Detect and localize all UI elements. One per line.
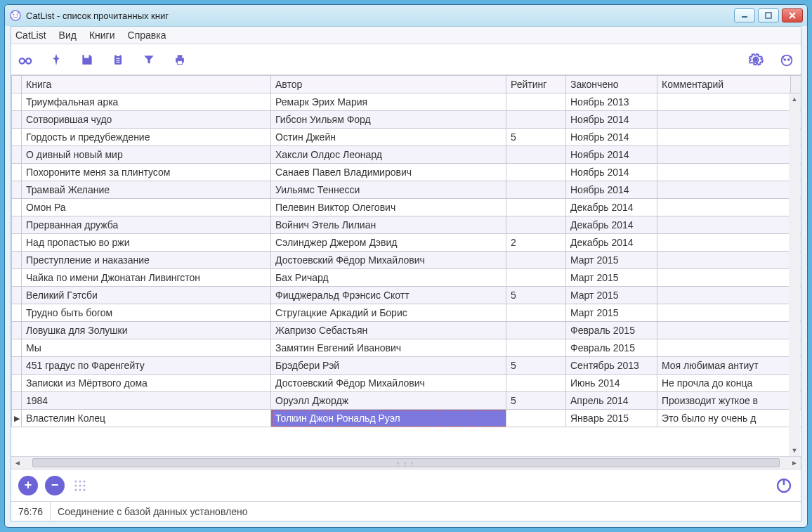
table-row[interactable]: Похороните меня за плинтусомСанаев Павел…	[12, 164, 801, 181]
close-button[interactable]	[782, 8, 803, 22]
cell-book[interactable]: Записки из Мёртвого дома	[22, 375, 271, 392]
table-row[interactable]: Записки из Мёртвого домаДостоевский Фёдо…	[12, 375, 801, 392]
cell-comment[interactable]	[657, 269, 791, 287]
cell-finished[interactable]: Ноябрь 2014	[566, 181, 657, 199]
cell-rating[interactable]: 2	[506, 234, 566, 252]
cell-book[interactable]: Похороните меня за плинтусом	[22, 164, 271, 181]
table-row[interactable]: Гордость и предубеждениеОстин Джейн5Нояб…	[12, 129, 801, 146]
maximize-button[interactable]	[758, 8, 779, 22]
table-row[interactable]: Ловушка для ЗолушкиЖапризо СебастьянФевр…	[12, 322, 801, 339]
cell-finished[interactable]: Декабрь 2014	[566, 199, 657, 216]
table-row[interactable]: Преступление и наказаниеДостоевский Фёдо…	[12, 252, 801, 269]
cell-book[interactable]: Ловушка для Золушки	[22, 322, 271, 339]
cell-finished[interactable]: Декабрь 2014	[566, 216, 657, 234]
scroll-left-icon[interactable]: ◄	[11, 457, 24, 469]
cell-comment[interactable]	[657, 339, 791, 357]
cell-finished[interactable]: Ноябрь 2013	[566, 93, 657, 111]
cell-author[interactable]: Гибсон Уильям Форд	[271, 111, 506, 129]
table-row[interactable]: Омон РаПелевин Виктор ОлеговичДекабрь 20…	[12, 199, 801, 216]
cell-comment[interactable]	[657, 287, 791, 304]
cell-comment[interactable]: Не прочла до конца	[657, 375, 791, 392]
cell-author[interactable]: Достоевский Фёдор Михайлович	[271, 375, 506, 392]
table-row[interactable]: Трудно быть богомСтругацкие Аркадий и Бо…	[12, 304, 801, 322]
binoculars-icon[interactable]	[17, 51, 34, 68]
cell-book[interactable]: Гордость и предубеждение	[22, 129, 271, 146]
cell-book[interactable]: Трудно быть богом	[22, 304, 271, 322]
cell-finished[interactable]: Январь 2015	[566, 410, 657, 427]
cell-book[interactable]: Трамвай Желание	[22, 181, 271, 199]
column-header-finished[interactable]: Закончено	[566, 76, 657, 93]
menu-catlist[interactable]: CatList	[15, 30, 46, 41]
cell-rating[interactable]	[506, 199, 566, 216]
cell-rating[interactable]: 5	[506, 392, 566, 410]
save-icon[interactable]	[79, 51, 96, 68]
cell-author[interactable]: Стругацкие Аркадий и Борис	[271, 304, 506, 322]
cell-rating[interactable]: 5	[506, 287, 566, 304]
cell-comment[interactable]	[657, 181, 791, 199]
cell-finished[interactable]: Апрель 2014	[566, 392, 657, 410]
cell-finished[interactable]: Февраль 2015	[566, 339, 657, 357]
cell-finished[interactable]: Июнь 2014	[566, 375, 657, 392]
cell-book[interactable]: Над пропастью во ржи	[22, 234, 271, 252]
cell-book[interactable]: Сотворившая чудо	[22, 111, 271, 129]
cell-rating[interactable]	[506, 146, 566, 164]
cell-comment[interactable]: Производит жуткое в	[657, 392, 791, 410]
column-header-book[interactable]: Книга	[22, 76, 271, 93]
cell-book[interactable]: 451 градус по Фаренгейту	[22, 357, 271, 375]
cell-book[interactable]: Мы	[22, 339, 271, 357]
cell-finished[interactable]: Март 2015	[566, 287, 657, 304]
gear-icon[interactable]	[747, 51, 764, 68]
column-header-author[interactable]: Автор	[271, 76, 506, 93]
cell-comment[interactable]	[657, 234, 791, 252]
cell-rating[interactable]	[506, 216, 566, 234]
cell-rating[interactable]: 5	[506, 357, 566, 375]
cell-author[interactable]: Уильямс Теннесси	[271, 181, 506, 199]
cell-comment[interactable]: Это было ну очень д	[657, 410, 791, 427]
cell-finished[interactable]: Ноябрь 2014	[566, 129, 657, 146]
cell-author[interactable]: Бах Ричард	[271, 269, 506, 287]
cell-book[interactable]: 1984	[22, 392, 271, 410]
scroll-down-icon[interactable]: ▼	[789, 445, 800, 456]
cell-author[interactable]: Ремарк Эрих Мария	[271, 93, 506, 111]
table-row[interactable]: Сотворившая чудоГибсон Уильям ФордНоябрь…	[12, 111, 801, 129]
cat-icon[interactable]	[778, 51, 795, 68]
cell-comment[interactable]	[657, 199, 791, 216]
cell-book[interactable]: Великий Гэтсби	[22, 287, 271, 304]
cell-author[interactable]: Оруэлл Джордж	[271, 392, 506, 410]
filter-icon[interactable]	[140, 51, 157, 68]
cell-rating[interactable]	[506, 322, 566, 339]
cell-book[interactable]: Прерванная дружба	[22, 216, 271, 234]
remove-button[interactable]: −	[45, 476, 65, 495]
cell-comment[interactable]	[657, 252, 791, 269]
horizontal-scrollbar[interactable]: ◄ ⋮⋮⋮ ►	[11, 456, 801, 469]
scroll-right-icon[interactable]: ►	[788, 457, 801, 469]
cell-rating[interactable]	[506, 410, 566, 427]
minimize-button[interactable]	[734, 8, 755, 22]
books-table[interactable]: Книга Автор Рейтинг Закончено Комментари…	[11, 75, 801, 427]
cell-rating[interactable]	[506, 181, 566, 199]
cell-comment[interactable]	[657, 129, 791, 146]
menu-help[interactable]: Справка	[128, 30, 166, 41]
cell-author[interactable]: Хаксли Олдос Леонард	[271, 146, 506, 164]
vertical-scrollbar[interactable]: ▲ ▼	[789, 93, 800, 456]
cell-finished[interactable]: Ноябрь 2014	[566, 164, 657, 181]
cell-finished[interactable]: Декабрь 2014	[566, 234, 657, 252]
table-row[interactable]: 1984Оруэлл Джордж5Апрель 2014Производит …	[12, 392, 801, 410]
cell-finished[interactable]: Ноябрь 2014	[566, 146, 657, 164]
table-row[interactable]: Великий ГэтсбиФицджеральд Фрэнсис Скотт5…	[12, 287, 801, 304]
cell-book[interactable]: Властелин Колец	[22, 410, 271, 427]
titlebar[interactable]: CatList - список прочитанных книг	[5, 5, 807, 26]
cell-rating[interactable]	[506, 252, 566, 269]
cell-rating[interactable]	[506, 375, 566, 392]
cell-book[interactable]: Омон Ра	[22, 199, 271, 216]
column-header-comment[interactable]: Комментарий	[657, 76, 791, 93]
table-row[interactable]: МыЗамятин Евгений ИвановичФевраль 2015	[12, 339, 801, 357]
table-row[interactable]: Трамвай ЖеланиеУильямс ТеннессиНоябрь 20…	[12, 181, 801, 199]
cell-rating[interactable]	[506, 269, 566, 287]
cell-book[interactable]: Преступление и наказание	[22, 252, 271, 269]
cell-finished[interactable]: Февраль 2015	[566, 322, 657, 339]
cell-author[interactable]: Войнич Этель Лилиан	[271, 216, 506, 234]
table-row[interactable]: ▶Властелин КолецТолкин Джон Рональд Руэл…	[12, 410, 801, 427]
cell-finished[interactable]: Март 2015	[566, 304, 657, 322]
menu-books[interactable]: Книги	[89, 30, 115, 41]
